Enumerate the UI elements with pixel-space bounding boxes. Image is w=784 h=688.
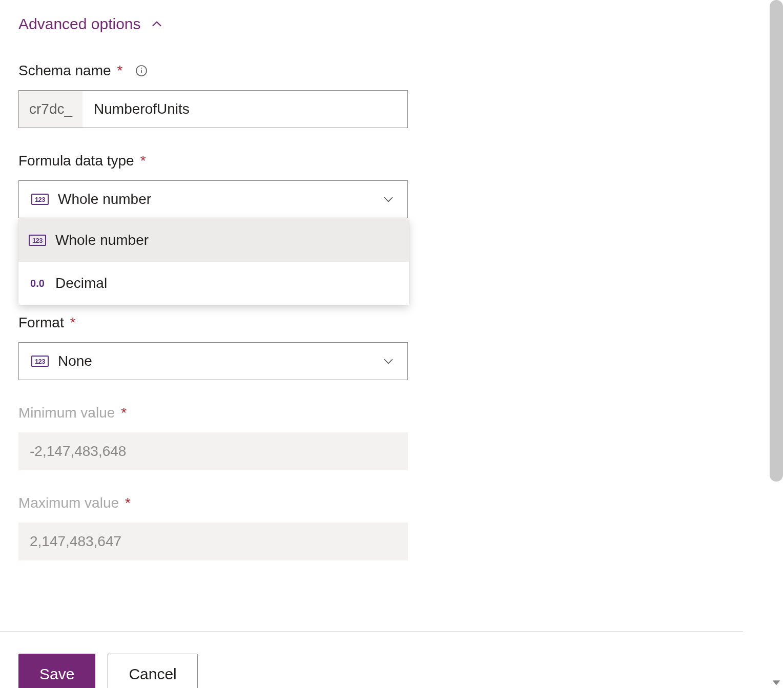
dropdown-option-label: Whole number	[55, 232, 149, 248]
minimum-value-label: Minimum value	[18, 405, 115, 421]
dropdown-option-label: Decimal	[55, 275, 107, 291]
info-icon[interactable]	[135, 64, 148, 77]
formula-data-type-label: Formula data type	[18, 153, 134, 169]
chevron-up-icon	[150, 17, 163, 31]
decimal-type-icon: 0.0	[29, 278, 46, 289]
cancel-button[interactable]: Cancel	[108, 654, 197, 688]
schema-name-field-group: Schema name * cr7dc_	[18, 62, 745, 128]
schema-name-input[interactable]	[82, 91, 407, 128]
svg-marker-3	[773, 680, 780, 685]
format-label: Format	[18, 315, 64, 331]
advanced-options-toggle[interactable]: Advanced options	[18, 15, 163, 33]
number-type-icon: 123	[29, 235, 46, 246]
chevron-down-icon	[382, 193, 395, 206]
footer: Save Cancel	[18, 654, 198, 688]
save-button[interactable]: Save	[18, 654, 95, 688]
schema-name-label: Schema name	[18, 62, 111, 79]
formula-data-type-selected: Whole number	[58, 191, 382, 207]
format-select[interactable]: 123 None	[18, 342, 408, 380]
minimum-value-input: -2,147,483,648	[18, 432, 408, 470]
formula-data-type-select[interactable]: 123 Whole number 123 Whole number	[18, 180, 408, 218]
required-asterisk: *	[121, 406, 127, 420]
maximum-value-field-group: Maximum value * 2,147,483,647	[18, 495, 745, 560]
scrollbar-thumb[interactable]	[770, 0, 783, 482]
formula-data-type-dropdown: 123 Whole number 0.0 Decimal	[18, 219, 409, 305]
number-type-icon: 123	[31, 356, 49, 367]
maximum-value-text: 2,147,483,647	[30, 533, 121, 550]
required-asterisk: *	[70, 316, 76, 330]
footer-divider	[0, 631, 743, 632]
required-asterisk: *	[140, 154, 146, 168]
required-asterisk: *	[125, 496, 131, 510]
schema-name-input-wrap: cr7dc_	[18, 90, 408, 128]
dropdown-option-whole-number[interactable]: 123 Whole number	[18, 219, 409, 262]
maximum-value-label: Maximum value	[18, 495, 119, 511]
number-type-icon: 123	[31, 194, 49, 205]
format-selected: None	[58, 353, 382, 369]
svg-point-2	[141, 68, 142, 69]
schema-name-prefix: cr7dc_	[19, 91, 82, 128]
format-field-group: Format * 123 None	[18, 315, 745, 380]
minimum-value-field-group: Minimum value * -2,147,483,648	[18, 405, 745, 470]
required-asterisk: *	[117, 64, 123, 78]
dropdown-option-decimal[interactable]: 0.0 Decimal	[18, 262, 409, 305]
formula-data-type-field-group: Formula data type * 123 Whole number	[18, 153, 745, 218]
vertical-scrollbar[interactable]	[769, 0, 784, 688]
scroll-down-arrow-icon[interactable]	[771, 677, 782, 688]
chevron-down-icon	[382, 355, 395, 368]
minimum-value-text: -2,147,483,648	[30, 443, 126, 460]
maximum-value-input: 2,147,483,647	[18, 523, 408, 560]
advanced-options-label: Advanced options	[18, 15, 141, 33]
